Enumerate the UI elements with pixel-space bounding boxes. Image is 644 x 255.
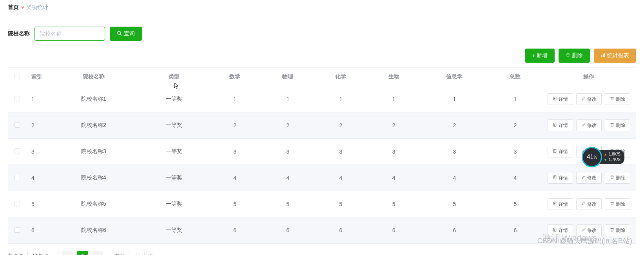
page-jump-input[interactable] — [129, 251, 145, 255]
cell-index: 2 — [26, 112, 47, 139]
heart-icon: ♥ — [21, 5, 24, 10]
edit-button[interactable]: 修改 — [576, 172, 602, 184]
cell-index: 5 — [26, 191, 47, 217]
cell-chemistry: 5 — [314, 191, 367, 217]
delete-button[interactable]: 删除 — [605, 224, 630, 236]
search-row: 院校名称 查询 — [8, 15, 636, 49]
row-checkbox[interactable] — [15, 201, 20, 206]
cell-index: 1 — [26, 86, 47, 112]
detail-label: 详情 — [559, 148, 568, 155]
page-1-button[interactable]: 1 — [77, 251, 88, 255]
delete-button[interactable]: 删除 — [605, 93, 630, 105]
row-checkbox[interactable] — [15, 175, 20, 180]
detail-button[interactable]: 详情 — [548, 224, 573, 236]
cell-index: 4 — [26, 165, 47, 191]
page-size-select[interactable]: 10条/页 — [27, 251, 58, 255]
jump-prefix: 前往 — [115, 253, 125, 255]
trash-icon — [610, 96, 614, 102]
search-button[interactable]: 查询 — [110, 27, 142, 41]
edit-button[interactable]: 修改 — [576, 93, 602, 105]
school-name-input[interactable] — [34, 27, 105, 41]
cell-informatics: 6 — [420, 217, 489, 244]
plus-icon: + — [532, 52, 535, 59]
edit-button[interactable]: 修改 — [576, 146, 602, 157]
header-type: 类型 — [140, 68, 209, 86]
cell-informatics: 3 — [420, 139, 489, 165]
prev-page-button[interactable]: ‹ — [62, 251, 73, 255]
row-checkbox[interactable] — [15, 148, 20, 154]
cell-school: 院校名称1 — [47, 86, 140, 112]
breadcrumb: 首页 ♥ 奖项统计 — [8, 0, 636, 15]
cell-biology: 2 — [367, 112, 420, 139]
delete-button[interactable]: 删除 — [605, 119, 630, 131]
cell-chemistry: 1 — [314, 86, 367, 112]
trash-icon — [610, 228, 614, 233]
row-checkbox[interactable] — [15, 122, 20, 128]
table-header-row: 索引 院校名称 类型 数学 物理 化学 生物 信息学 总数 操作 — [8, 68, 636, 86]
detail-label: 详情 — [559, 122, 568, 129]
cell-type: 一等奖 — [140, 217, 209, 244]
cell-school: 院校名称2 — [47, 112, 140, 139]
cell-total: 2 — [489, 112, 542, 139]
chart-icon — [601, 52, 606, 59]
trash-icon — [610, 201, 614, 207]
table-row: 5院校名称5一等奖555555详情修改删除 — [8, 191, 636, 217]
cell-school: 院校名称5 — [47, 191, 140, 217]
edit-icon — [581, 228, 586, 233]
svg-rect-3 — [603, 54, 604, 57]
batch-delete-button[interactable]: 删除 — [559, 49, 590, 63]
row-checkbox[interactable] — [15, 227, 20, 233]
delete-button[interactable]: 删除 — [605, 198, 630, 210]
cell-physics: 3 — [261, 139, 314, 165]
delete-button[interactable]: 删除 — [605, 146, 630, 157]
edit-label: 修改 — [587, 122, 597, 129]
delete-label: 删除 — [616, 122, 625, 129]
add-button[interactable]: + 新增 — [525, 49, 555, 63]
edit-button[interactable]: 修改 — [576, 224, 602, 236]
edit-icon — [581, 149, 586, 154]
cell-math: 1 — [209, 86, 261, 112]
select-all-checkbox[interactable] — [15, 74, 20, 79]
add-button-label: 新增 — [537, 52, 548, 59]
cell-school: 院校名称6 — [47, 217, 140, 244]
svg-rect-2 — [602, 55, 602, 57]
detail-button[interactable]: 详情 — [548, 146, 573, 157]
chevron-right-icon: › — [97, 253, 98, 255]
detail-button[interactable]: 详情 — [548, 198, 573, 210]
edit-icon — [581, 175, 586, 181]
page-size-value: 10条/页 — [32, 253, 49, 255]
breadcrumb-home[interactable]: 首页 — [8, 4, 19, 11]
edit-button[interactable]: 修改 — [576, 119, 602, 131]
table-row: 6院校名称6一等奖666666详情修改删除 — [8, 217, 636, 244]
cell-total: 4 — [489, 165, 542, 191]
cell-informatics: 5 — [420, 191, 489, 217]
edit-label: 修改 — [587, 227, 597, 234]
chevron-left-icon: ‹ — [67, 253, 69, 255]
cell-physics: 4 — [261, 165, 314, 191]
document-icon — [553, 149, 557, 154]
data-table: 索引 院校名称 类型 数学 物理 化学 生物 信息学 总数 操作 1院校名称1一… — [8, 67, 636, 244]
row-checkbox[interactable] — [15, 96, 20, 101]
document-icon — [553, 96, 557, 102]
edit-label: 修改 — [587, 96, 597, 103]
cell-math: 4 — [209, 165, 261, 191]
cell-math: 6 — [209, 217, 261, 244]
delete-button[interactable]: 删除 — [605, 172, 630, 184]
detail-button[interactable]: 详情 — [548, 119, 573, 131]
header-school: 院校名称 — [47, 68, 140, 86]
report-button[interactable]: 统计报表 — [594, 49, 636, 63]
edit-icon — [581, 123, 586, 128]
detail-button[interactable]: 详情 — [548, 93, 573, 105]
cell-physics: 5 — [261, 191, 314, 217]
trash-icon — [566, 52, 570, 59]
document-icon — [553, 175, 557, 181]
svg-point-0 — [118, 31, 121, 34]
cell-type: 一等奖 — [140, 191, 209, 217]
next-page-button[interactable]: › — [92, 251, 103, 255]
trash-icon — [610, 175, 614, 181]
edit-button[interactable]: 修改 — [576, 198, 602, 210]
header-index: 索引 — [26, 68, 47, 86]
cell-chemistry: 4 — [314, 165, 367, 191]
detail-button[interactable]: 详情 — [548, 172, 573, 184]
detail-label: 详情 — [559, 175, 568, 181]
